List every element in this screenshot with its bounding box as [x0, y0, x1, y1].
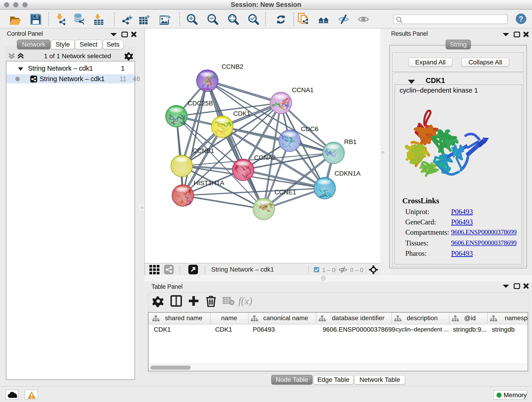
svg-text:CCNA1: CCNA1 [292, 86, 314, 94]
svg-text:CCNA2: CCNA2 [254, 154, 276, 161]
svg-text:CCNB2: CCNB2 [222, 63, 243, 70]
svg-text:CCNB1: CCNB1 [192, 147, 214, 154]
svg-text:?: ? [519, 14, 524, 23]
svg-text:CDKN1A: CDKN1A [335, 170, 361, 177]
svg-text:CDC25B: CDC25B [188, 100, 213, 107]
svg-text:RB1: RB1 [344, 138, 356, 145]
svg-text:HIST1H1A: HIST1H1A [194, 179, 224, 186]
svg-text:CCNE1: CCNE1 [274, 189, 296, 196]
svg-text:CDC6: CDC6 [301, 125, 318, 133]
svg-text:CDK1: CDK1 [233, 110, 250, 117]
